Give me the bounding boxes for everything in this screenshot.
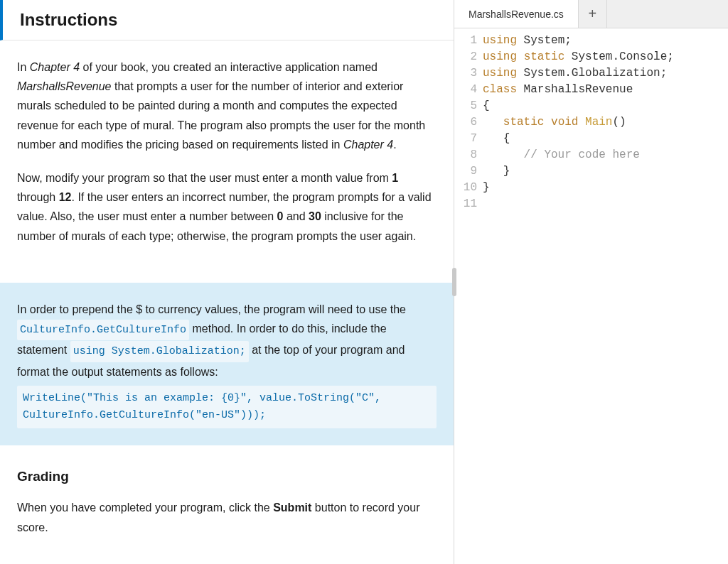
grading-text: When you have completed your program, cl… (17, 498, 437, 536)
code-editor[interactable]: 1 2 3 4 5 6 7 8 9 10 11 using System; us… (454, 28, 728, 564)
instructions-body: In Chapter 4 of your book, you created a… (0, 40, 454, 283)
inline-code-using: using System.Globalization; (70, 341, 249, 362)
grading-section: Grading When you have completed your pro… (0, 445, 454, 554)
hint-text: In order to prepend the $ to currency va… (17, 300, 437, 381)
instructions-paragraph-1: In Chapter 4 of your book, you created a… (17, 58, 437, 154)
inline-code-cultureinfo: CultureInfo.GetCultureInfo (17, 320, 189, 341)
new-tab-button[interactable]: + (579, 0, 607, 28)
line-number-gutter: 1 2 3 4 5 6 7 8 9 10 11 (454, 33, 483, 564)
editor-tab-label: MarshallsRevenue.cs (469, 9, 564, 20)
grading-heading: Grading (17, 465, 437, 488)
editor-tab-bar: MarshallsRevenue.cs + (454, 0, 728, 28)
editor-panel: MarshallsRevenue.cs + 1 2 3 4 5 6 7 8 9 … (454, 0, 728, 564)
hint-box: In order to prepend the $ to currency va… (0, 283, 454, 445)
code-content[interactable]: using System; using static System.Consol… (483, 33, 728, 564)
code-block-example: WriteLine("This is an example: {0}", val… (17, 386, 437, 428)
instructions-header: Instructions (0, 0, 454, 40)
editor-tab-active[interactable]: MarshallsRevenue.cs (454, 0, 579, 28)
instructions-paragraph-2: Now, modify your program so that the use… (17, 168, 437, 246)
instructions-title: Instructions (20, 10, 437, 30)
instructions-panel: Instructions In Chapter 4 of your book, … (0, 0, 454, 564)
plus-icon: + (589, 6, 597, 22)
